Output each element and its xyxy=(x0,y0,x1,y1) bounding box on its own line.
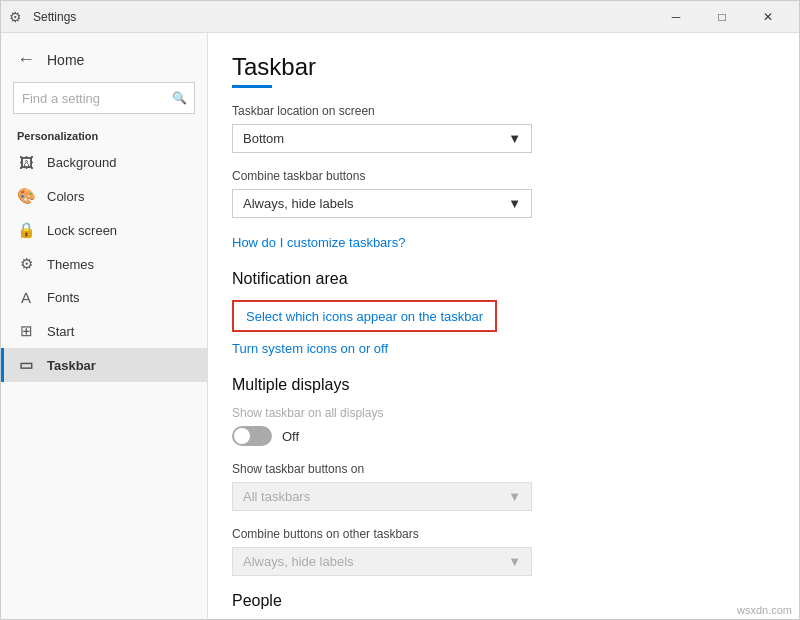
sidebar-item-fonts[interactable]: A Fonts xyxy=(1,281,207,314)
sidebar-item-background-label: Background xyxy=(47,155,116,170)
watermark: wsxdn.com xyxy=(737,604,792,616)
show-buttons-value: All taskbars xyxy=(243,489,310,504)
notification-link1: Select which icons appear on the taskbar xyxy=(246,309,483,324)
show-buttons-label: Show taskbar buttons on xyxy=(232,462,769,476)
show-all-displays-label: Show taskbar on all displays xyxy=(232,406,769,420)
window-controls: ─ □ ✕ xyxy=(653,1,791,33)
show-buttons-arrow: ▼ xyxy=(508,489,521,504)
show-all-toggle-row: Off xyxy=(232,426,769,446)
start-icon: ⊞ xyxy=(17,322,35,340)
location-dropdown-arrow: ▼ xyxy=(508,131,521,146)
search-input[interactable] xyxy=(13,82,195,114)
sidebar-item-start[interactable]: ⊞ Start xyxy=(1,314,207,348)
combine-label: Combine taskbar buttons xyxy=(232,169,769,183)
sidebar-section-title: Personalization xyxy=(1,122,207,146)
combine-dropdown[interactable]: Always, hide labels ▼ xyxy=(232,189,532,218)
window-title: Settings xyxy=(33,10,653,24)
lock-icon: 🔒 xyxy=(17,221,35,239)
combine-dropdown-arrow: ▼ xyxy=(508,196,521,211)
combine-other-dropdown[interactable]: Always, hide labels ▼ xyxy=(232,547,532,576)
sidebar-item-themes[interactable]: ⚙ Themes xyxy=(1,247,207,281)
sidebar-item-colors-label: Colors xyxy=(47,189,85,204)
sidebar: ← Home 🔍 Personalization 🖼 Background 🎨 … xyxy=(1,33,208,619)
content-area: ← Home 🔍 Personalization 🖼 Background 🎨 … xyxy=(1,33,799,619)
combine-other-arrow: ▼ xyxy=(508,554,521,569)
colors-icon: 🎨 xyxy=(17,187,35,205)
combine-value: Always, hide labels xyxy=(243,196,354,211)
themes-icon: ⚙ xyxy=(17,255,35,273)
multiple-heading: Multiple displays xyxy=(232,376,769,394)
search-icon: 🔍 xyxy=(172,91,187,105)
location-label: Taskbar location on screen xyxy=(232,104,769,118)
search-box: 🔍 xyxy=(13,82,195,114)
settings-icon: ⚙ xyxy=(9,9,25,25)
combine-other-label: Combine buttons on other taskbars xyxy=(232,527,769,541)
sidebar-item-start-label: Start xyxy=(47,324,74,339)
page-title: Taskbar xyxy=(232,53,769,81)
sidebar-item-colors[interactable]: 🎨 Colors xyxy=(1,179,207,213)
settings-window: ⚙ Settings ─ □ ✕ ← Home 🔍 Personalizatio… xyxy=(0,0,800,620)
sidebar-item-taskbar[interactable]: ▭ Taskbar xyxy=(1,348,207,382)
maximize-button[interactable]: □ xyxy=(699,1,745,33)
scroll-indicator xyxy=(232,85,272,88)
home-label: Home xyxy=(47,52,84,68)
show-all-toggle[interactable] xyxy=(232,426,272,446)
notification-link2[interactable]: Turn system icons on or off xyxy=(232,341,388,356)
background-icon: 🖼 xyxy=(17,154,35,171)
sidebar-item-fonts-label: Fonts xyxy=(47,290,80,305)
sidebar-home[interactable]: ← Home xyxy=(1,33,207,78)
taskbar-icon: ▭ xyxy=(17,356,35,374)
main-content: Taskbar Taskbar location on screen Botto… xyxy=(208,33,799,619)
close-button[interactable]: ✕ xyxy=(745,1,791,33)
combine-other-value: Always, hide labels xyxy=(243,554,354,569)
sidebar-item-lock-screen[interactable]: 🔒 Lock screen xyxy=(1,213,207,247)
people-heading: People xyxy=(232,592,769,610)
notification-link1-box[interactable]: Select which icons appear on the taskbar xyxy=(232,300,497,332)
notification-heading: Notification area xyxy=(232,270,769,288)
home-icon: ← xyxy=(17,49,35,70)
fonts-icon: A xyxy=(17,289,35,306)
minimize-button[interactable]: ─ xyxy=(653,1,699,33)
location-dropdown[interactable]: Bottom ▼ xyxy=(232,124,532,153)
location-value: Bottom xyxy=(243,131,284,146)
customize-link[interactable]: How do I customize taskbars? xyxy=(232,235,405,250)
titlebar: ⚙ Settings ─ □ ✕ xyxy=(1,1,799,33)
sidebar-item-taskbar-label: Taskbar xyxy=(47,358,96,373)
sidebar-item-background[interactable]: 🖼 Background xyxy=(1,146,207,179)
sidebar-item-themes-label: Themes xyxy=(47,257,94,272)
show-buttons-dropdown[interactable]: All taskbars ▼ xyxy=(232,482,532,511)
show-all-toggle-label: Off xyxy=(282,429,299,444)
sidebar-item-lock-label: Lock screen xyxy=(47,223,117,238)
